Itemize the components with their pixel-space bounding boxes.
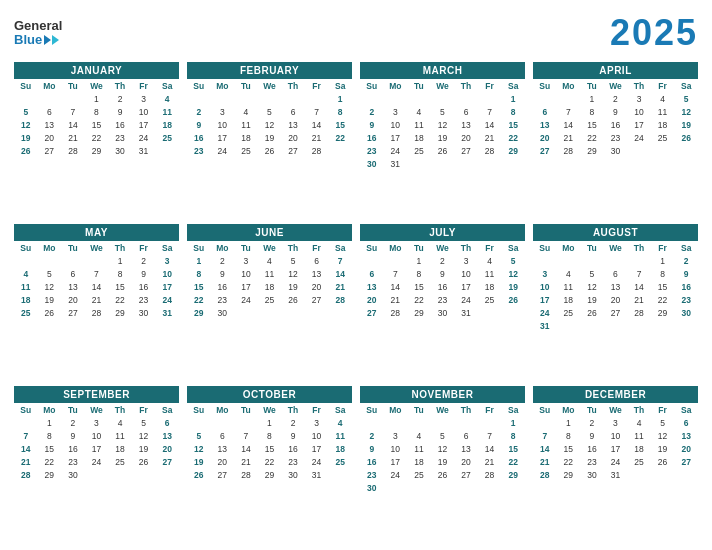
calendar-day	[14, 254, 38, 267]
calendar-day: 8	[38, 429, 62, 442]
calendar-day: 23	[187, 144, 211, 157]
calendar-day	[478, 92, 502, 105]
calendar-day: 13	[454, 442, 478, 455]
calendar-day: 11	[108, 429, 132, 442]
calendar-day: 5	[580, 267, 604, 280]
calendar-day: 12	[651, 429, 675, 442]
calendar-day	[557, 319, 581, 332]
calendar-day: 1	[328, 92, 352, 105]
day-header-fr: Fr	[478, 241, 502, 254]
calendar-day: 20	[674, 442, 698, 455]
calendar-day: 18	[328, 442, 352, 455]
day-header-su: Su	[14, 241, 38, 254]
calendar-day: 28	[14, 468, 38, 481]
day-header-tu: Tu	[407, 403, 431, 416]
day-header-mo: Mo	[557, 79, 581, 92]
calendar-day: 13	[604, 280, 628, 293]
calendar-day: 8	[108, 267, 132, 280]
day-header-su: Su	[533, 241, 557, 254]
day-header-tu: Tu	[61, 79, 85, 92]
calendar-day: 18	[407, 455, 431, 468]
month-block-january: JanuarySuMoTuWeThFrSa1234567891011121314…	[14, 62, 179, 216]
calendar-day: 17	[234, 280, 258, 293]
day-header-mo: Mo	[38, 241, 62, 254]
month-block-april: AprilSuMoTuWeThFrSa123456789101112131415…	[533, 62, 698, 216]
calendar-day: 29	[108, 306, 132, 319]
day-header-mo: Mo	[384, 241, 408, 254]
calendar-day: 11	[407, 442, 431, 455]
calendar-day: 30	[211, 306, 235, 319]
calendar-day	[501, 306, 525, 319]
calendar-day: 18	[407, 131, 431, 144]
calendar-day: 3	[533, 267, 557, 280]
calendar-day: 17	[85, 442, 109, 455]
calendar-day: 5	[187, 429, 211, 442]
calendar-day: 20	[38, 131, 62, 144]
calendar-day: 2	[360, 105, 384, 118]
calendar-day: 1	[187, 254, 211, 267]
calendar-day: 21	[627, 293, 651, 306]
calendar-day: 22	[258, 455, 282, 468]
page: General Blue 2025 JanuarySuMoTuWeThFrSa1…	[0, 0, 712, 550]
calendar-day: 29	[407, 306, 431, 319]
month-block-october: OctoberSuMoTuWeThFrSa1234567891011121314…	[187, 386, 352, 540]
calendar-day: 6	[281, 105, 305, 118]
calendar-day: 20	[454, 131, 478, 144]
calendar-day: 23	[674, 293, 698, 306]
month-header-august: August	[533, 224, 698, 241]
calendar-day: 22	[38, 455, 62, 468]
day-header-th: Th	[108, 79, 132, 92]
calendar-day: 8	[501, 429, 525, 442]
day-header-su: Su	[360, 241, 384, 254]
calendar-day: 12	[132, 429, 156, 442]
calendar-day: 13	[155, 429, 179, 442]
calendar-day: 18	[557, 293, 581, 306]
calendar-day	[431, 416, 455, 429]
day-header-th: Th	[281, 241, 305, 254]
day-header-fr: Fr	[651, 403, 675, 416]
calendar-day: 18	[258, 280, 282, 293]
calendar-day	[674, 319, 698, 332]
calendar-day	[328, 306, 352, 319]
calendar-day: 3	[305, 416, 329, 429]
calendar-day: 15	[651, 280, 675, 293]
month-grid-april: SuMoTuWeThFrSa12345678910111213141516171…	[533, 79, 698, 157]
calendar-day: 21	[328, 280, 352, 293]
calendar-day: 20	[454, 455, 478, 468]
calendar-day	[305, 92, 329, 105]
calendar-day: 20	[360, 293, 384, 306]
calendar-day: 10	[132, 105, 156, 118]
calendar-day: 26	[187, 468, 211, 481]
day-header-th: Th	[108, 241, 132, 254]
day-header-fr: Fr	[651, 241, 675, 254]
month-grid-october: SuMoTuWeThFrSa12345678910111213141516171…	[187, 403, 352, 481]
calendar-day: 14	[384, 280, 408, 293]
calendar-day: 10	[384, 442, 408, 455]
month-header-july: July	[360, 224, 525, 241]
calendar-day: 9	[360, 442, 384, 455]
day-header-su: Su	[360, 403, 384, 416]
day-header-we: We	[258, 241, 282, 254]
day-header-mo: Mo	[384, 403, 408, 416]
calendar-day: 29	[651, 306, 675, 319]
month-block-august: AugustSuMoTuWeThFrSa12345678910111213141…	[533, 224, 698, 378]
calendar-day: 8	[501, 105, 525, 118]
calendar-day: 26	[258, 144, 282, 157]
calendar-day: 9	[360, 118, 384, 131]
day-header-th: Th	[281, 403, 305, 416]
calendar-day: 2	[360, 429, 384, 442]
calendar-day: 27	[454, 144, 478, 157]
month-grid-may: SuMoTuWeThFrSa12345678910111213141516171…	[14, 241, 179, 319]
calendar-day: 28	[234, 468, 258, 481]
month-grid-january: SuMoTuWeThFrSa12345678910111213141516171…	[14, 79, 179, 157]
calendar-day	[281, 306, 305, 319]
calendar-day: 19	[651, 442, 675, 455]
calendar-day: 23	[360, 144, 384, 157]
calendar-day: 27	[211, 468, 235, 481]
calendar-day: 7	[328, 254, 352, 267]
calendar-day: 21	[305, 131, 329, 144]
calendar-day: 19	[14, 131, 38, 144]
calendar-day: 11	[651, 105, 675, 118]
day-header-sa: Sa	[328, 241, 352, 254]
calendar-day: 16	[580, 442, 604, 455]
